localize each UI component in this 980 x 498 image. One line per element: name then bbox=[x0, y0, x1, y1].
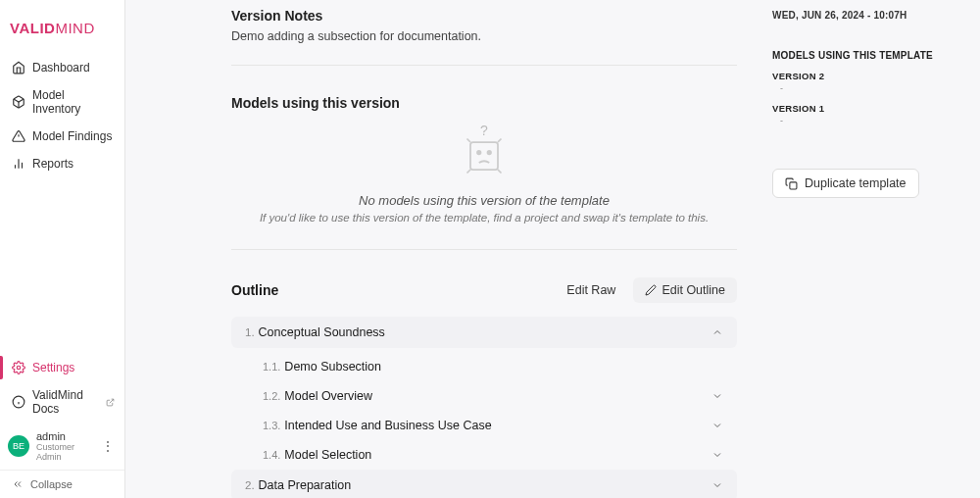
version-2-value: - bbox=[772, 83, 962, 93]
chart-icon bbox=[12, 157, 25, 171]
outline-actions: Edit Raw Edit Outline bbox=[559, 277, 737, 303]
copy-icon bbox=[785, 177, 798, 190]
user-row: BE admin Customer Admin ⋮ bbox=[0, 423, 124, 470]
nav-reports[interactable]: Reports bbox=[0, 150, 124, 177]
edit-outline-label: Edit Outline bbox=[662, 283, 725, 297]
svg-point-12 bbox=[477, 151, 481, 155]
cube-icon bbox=[12, 95, 25, 109]
nav-docs[interactable]: ValidMind Docs bbox=[0, 381, 124, 423]
outline-list: 1.Conceptual Soundness 1.1.Demo Subsecti… bbox=[231, 317, 737, 498]
template-date: WED, JUN 26, 2024 - 10:07H bbox=[772, 10, 962, 21]
outline-subitem-model-selection[interactable]: 1.4.Model Selection bbox=[249, 440, 737, 470]
user-name: admin bbox=[36, 430, 90, 442]
svg-rect-14 bbox=[790, 181, 797, 188]
version-1-label: VERSION 1 bbox=[772, 103, 962, 114]
chevron-up-icon bbox=[711, 326, 723, 338]
sidebar-bottom: Settings ValidMind Docs BE admin Custome… bbox=[0, 354, 124, 498]
divider bbox=[231, 65, 737, 66]
version-notes-desc: Demo adding a subsection for documentati… bbox=[231, 29, 737, 43]
divider bbox=[231, 249, 737, 250]
avatar: BE bbox=[8, 435, 29, 457]
outline-subitem-model-overview[interactable]: 1.2.Model Overview bbox=[249, 381, 737, 411]
nav-docs-label: ValidMind Docs bbox=[32, 388, 97, 416]
models-using-label: MODELS USING THIS TEMPLATE bbox=[772, 50, 962, 61]
nav-reports-label: Reports bbox=[32, 157, 74, 171]
outline-subitem-demo-subsection[interactable]: 1.1.Demo Subsection bbox=[249, 352, 737, 381]
chevron-down-icon bbox=[711, 479, 723, 491]
nav-settings-label: Settings bbox=[32, 361, 74, 374]
svg-line-10 bbox=[110, 399, 114, 403]
svg-point-6 bbox=[17, 366, 21, 370]
empty-title: No models using this version of the temp… bbox=[359, 193, 610, 208]
edit-outline-button[interactable]: Edit Outline bbox=[633, 277, 737, 303]
right-panel: WED, JUN 26, 2024 - 10:07H MODELS USING … bbox=[766, 0, 980, 498]
nav-dashboard[interactable]: Dashboard bbox=[0, 54, 124, 81]
collapse-label: Collapse bbox=[30, 478, 73, 490]
chevron-down-icon bbox=[711, 420, 723, 431]
chevron-down-icon bbox=[711, 390, 723, 402]
primary-nav: Dashboard Model Inventory Model Findings… bbox=[0, 54, 124, 354]
outline-item-data-preparation[interactable]: 2.Data Preparation bbox=[231, 470, 737, 498]
gear-icon bbox=[12, 361, 25, 374]
collapse-button[interactable]: Collapse bbox=[0, 470, 124, 498]
nav-findings[interactable]: Model Findings bbox=[0, 123, 124, 150]
user-text: admin Customer Admin bbox=[36, 430, 90, 462]
version-2-label: VERSION 2 bbox=[772, 71, 962, 81]
external-link-icon bbox=[106, 398, 115, 407]
nav-settings[interactable]: Settings bbox=[0, 354, 124, 381]
empty-subtitle: If you'd like to use this version of the… bbox=[260, 212, 709, 224]
pencil-icon bbox=[645, 284, 657, 296]
version-notes-title: Version Notes bbox=[231, 0, 737, 24]
content: Version Notes Demo adding a subsection f… bbox=[125, 0, 766, 498]
nav-dashboard-label: Dashboard bbox=[32, 61, 90, 75]
user-menu-button[interactable]: ⋮ bbox=[97, 438, 119, 454]
user-role: Customer Admin bbox=[36, 442, 90, 462]
duplicate-template-label: Duplicate template bbox=[805, 176, 906, 190]
info-icon bbox=[12, 395, 25, 409]
chevron-left-icon bbox=[12, 478, 24, 490]
outline-item-conceptual-soundness[interactable]: 1.Conceptual Soundness bbox=[231, 317, 737, 348]
sidebar: VALIDMIND Dashboard Model Inventory Mode… bbox=[0, 0, 125, 498]
brand-logo: VALIDMIND bbox=[0, 6, 124, 54]
chevron-down-icon bbox=[711, 449, 723, 461]
home-icon bbox=[12, 61, 25, 75]
nav-inventory[interactable]: Model Inventory bbox=[0, 81, 124, 123]
nav-findings-label: Model Findings bbox=[32, 129, 112, 143]
duplicate-template-button[interactable]: Duplicate template bbox=[772, 169, 919, 198]
outline-subitem-intended-use[interactable]: 1.3.Intended Use and Business Use Case bbox=[249, 411, 737, 440]
version-1-value: - bbox=[772, 116, 962, 125]
warning-icon bbox=[12, 129, 25, 143]
nav-inventory-label: Model Inventory bbox=[32, 88, 115, 116]
edit-raw-button[interactable]: Edit Raw bbox=[559, 277, 623, 303]
svg-rect-11 bbox=[470, 142, 498, 170]
outline-title: Outline bbox=[231, 282, 278, 298]
svg-point-13 bbox=[488, 151, 492, 155]
empty-state: ? No models using this version of the te… bbox=[231, 111, 737, 227]
empty-state-icon: ? bbox=[457, 128, 512, 183]
models-section-title: Models using this version bbox=[231, 87, 737, 111]
main: Version Notes Demo adding a subsection f… bbox=[125, 0, 980, 498]
outline-header: Outline Edit Raw Edit Outline bbox=[231, 277, 737, 303]
